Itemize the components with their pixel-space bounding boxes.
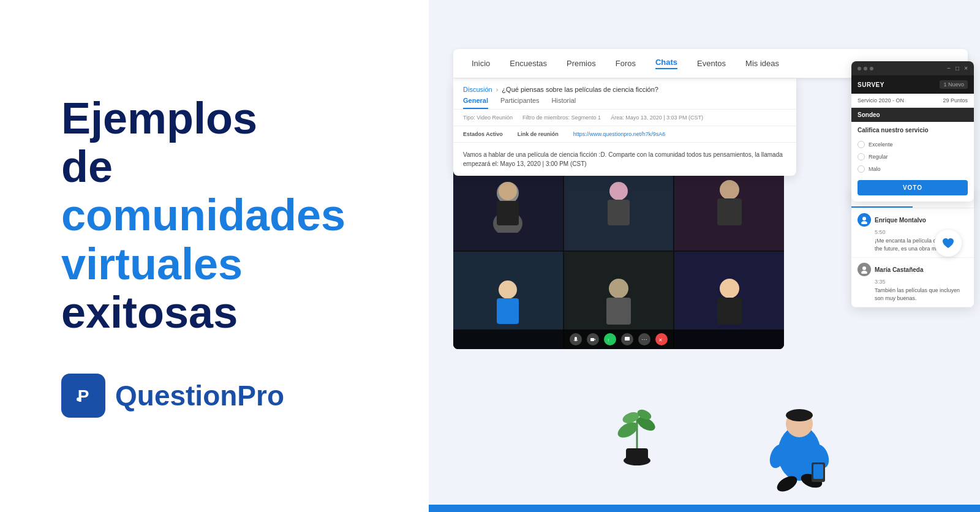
video-grid: ↑ ⋯ ✕: [453, 153, 784, 349]
svg-rect-6: [497, 201, 519, 225]
user-name-enrique: Enrique Montalvo: [875, 217, 926, 224]
title-line3: virtuales exitosas: [61, 240, 380, 337]
svg-point-35: [861, 221, 867, 224]
svg-rect-46: [813, 464, 823, 479]
svg-text:✕: ✕: [658, 337, 663, 342]
nav-premios[interactable]: Premios: [567, 59, 596, 68]
svg-rect-8: [608, 200, 630, 225]
comment-item-2: María Castañeda 3:35 También las películ…: [851, 258, 974, 307]
right-panel: Inicio Encuestas Premios Foros Chats Eve…: [429, 0, 980, 512]
discussion-status: Estados Activo Link de reunión https://w…: [453, 126, 796, 143]
sondeo-label: Sondeo: [851, 108, 974, 122]
more-button[interactable]: ⋯: [638, 333, 650, 345]
svg-rect-17: [575, 337, 577, 341]
tab-general[interactable]: General: [463, 97, 488, 109]
nav-misideas[interactable]: Mis ideas: [745, 59, 779, 68]
svg-rect-21: [625, 337, 630, 341]
svg-point-11: [499, 280, 517, 299]
logo-text: QuestionPro: [115, 379, 284, 412]
breadcrumb-title: ¿Qué piensas sobre las películas de cien…: [502, 86, 658, 93]
title-line1: Ejemplos: [61, 94, 380, 143]
meta-filtro: Filtro de miembros: Segmento 1: [522, 115, 601, 121]
svg-point-40: [786, 409, 813, 421]
svg-text:P: P: [78, 386, 89, 405]
survey-top-bar: − □ ×: [851, 61, 974, 75]
breadcrumb-link[interactable]: Discusión: [463, 86, 492, 93]
share-button[interactable]: ↑: [604, 333, 616, 345]
radio-malo[interactable]: [858, 165, 865, 173]
svg-point-2: [77, 397, 80, 401]
window-close[interactable]: ×: [964, 65, 968, 72]
svg-text:⋯: ⋯: [641, 336, 647, 342]
person-decoration: [750, 380, 848, 505]
svg-point-13: [609, 279, 628, 298]
questionpro-logo-icon: P: [61, 374, 105, 418]
video-controls: ↑ ⋯ ✕: [453, 329, 784, 349]
window-dots: [858, 67, 873, 70]
main-title: Ejemplos de comunidades virtuales exitos…: [61, 94, 380, 337]
points-value: 29 Puntos: [943, 97, 968, 104]
svg-point-9: [720, 180, 739, 200]
comment-likes-2: 3:35: [875, 279, 968, 285]
user-name-maria: María Castañeda: [875, 266, 923, 273]
left-panel: Ejemplos de comunidades virtuales exitos…: [0, 0, 429, 512]
mic-button[interactable]: [570, 333, 582, 345]
svg-point-7: [609, 182, 628, 200]
link-label: Link de reunión: [518, 131, 559, 137]
meeting-link[interactable]: https://www.questionpro.net/h7k/9sA6: [573, 131, 666, 137]
vote-button[interactable]: VOTO: [858, 180, 968, 195]
svg-point-5: [499, 182, 517, 200]
survey-option-regular[interactable]: Regular: [851, 151, 974, 163]
nav-chats[interactable]: Chats: [655, 58, 677, 69]
meta-tipo: Tipo: Video Reunión: [463, 115, 513, 121]
tab-historial[interactable]: Historial: [552, 97, 576, 109]
avatar-maria: [858, 263, 871, 276]
title-line2: de comunidades: [61, 143, 380, 239]
camera-button[interactable]: [587, 333, 599, 345]
survey-points-row: Servicio 2020 - ON 29 Puntos: [851, 94, 974, 108]
heart-badge[interactable]: [935, 230, 962, 257]
survey-option-malo[interactable]: Malo: [851, 163, 974, 175]
end-call-button[interactable]: ✕: [655, 333, 668, 345]
status-label: Estados Activo: [463, 131, 503, 137]
comment-text-2: También las películas que incluyen son m…: [875, 287, 968, 302]
svg-point-36: [862, 266, 866, 270]
svg-text:↑: ↑: [607, 337, 609, 342]
avatar-enrique: [858, 213, 871, 227]
service-label: Servicio 2020 - ON: [858, 97, 904, 104]
svg-rect-14: [606, 298, 631, 325]
plant-decoration: [612, 387, 662, 475]
window-minimize[interactable]: −: [947, 65, 951, 72]
nav-inicio[interactable]: Inicio: [472, 59, 490, 68]
survey-title: SURVEY: [858, 81, 884, 88]
svg-point-34: [862, 217, 866, 220]
nav-eventos[interactable]: Eventos: [697, 59, 726, 68]
comment-user-row-1: Enrique Montalvo: [858, 213, 968, 227]
svg-marker-19: [594, 339, 595, 341]
survey-question: Califica nuestro servicio: [851, 122, 974, 138]
discussion-panel: Discusión › ¿Qué piensas sobre las pelíc…: [453, 78, 796, 176]
radio-excelente[interactable]: [858, 141, 865, 148]
radio-regular[interactable]: [858, 153, 865, 160]
svg-rect-18: [590, 338, 594, 341]
svg-rect-28: [626, 448, 648, 464]
nav-encuestas[interactable]: Encuestas: [510, 59, 547, 68]
logo-area: P QuestionPro: [61, 374, 380, 418]
breadcrumb: Discusión › ¿Qué piensas sobre las pelíc…: [463, 86, 786, 93]
window-maximize[interactable]: □: [956, 65, 959, 72]
survey-option-excelente[interactable]: Excelente: [851, 138, 974, 151]
tab-participantes[interactable]: Participantes: [500, 97, 540, 109]
chat-button[interactable]: [621, 333, 633, 345]
discussion-tabs: General Participantes Historial: [463, 97, 786, 109]
svg-rect-12: [497, 298, 519, 324]
bottom-bar: [429, 505, 980, 512]
discussion-meta: Tipo: Video Reunión Filtro de miembros: …: [453, 110, 796, 126]
comment-user-row-2: María Castañeda: [858, 263, 968, 276]
nav-foros[interactable]: Foros: [616, 59, 636, 68]
survey-panel: − □ × SURVEY 1 Nuevo Servicio 2020 - ON …: [851, 61, 974, 201]
meta-area: Área: Mayo 13, 2020 | 3:03 PM (CST): [611, 115, 703, 121]
svg-point-15: [720, 279, 739, 298]
svg-rect-16: [717, 298, 742, 325]
discussion-header: Discusión › ¿Qué piensas sobre las pelíc…: [453, 78, 796, 110]
survey-header: SURVEY 1 Nuevo: [851, 75, 974, 94]
